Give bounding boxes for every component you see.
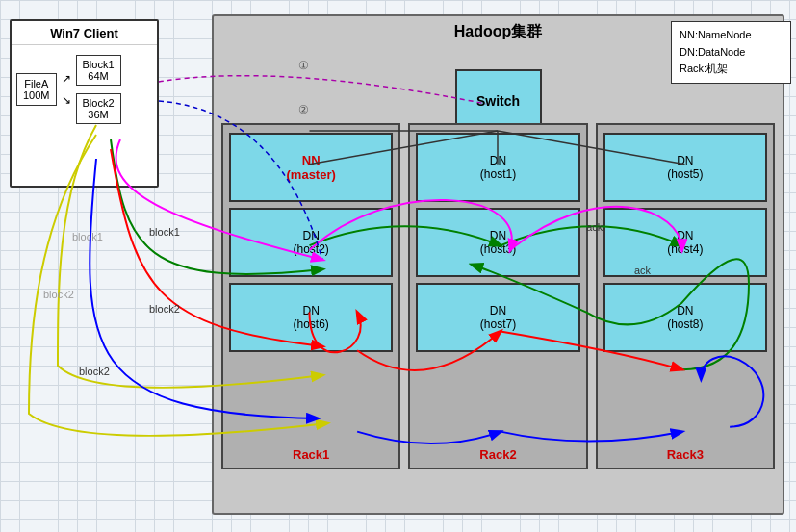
legend-line1: NN:NameNode xyxy=(680,27,783,44)
legend-box: NN:NameNode DN:DataNode Rack:机架 xyxy=(671,21,791,84)
rack2: DN(host1) DN(host3) DN(host7) Rack2 xyxy=(408,123,587,469)
legend-line3: Rack:机架 xyxy=(680,61,783,78)
dn-host4-node: DN(host4) xyxy=(603,208,767,277)
dn-host5-node: DN(host5) xyxy=(603,133,767,202)
win7-client-box: Win7 Client FileA 100M ↗ ↘ Block1 64M Bl… xyxy=(10,19,159,188)
block1-box: Block1 64M xyxy=(76,55,121,86)
rack2-label: Rack2 xyxy=(479,447,516,462)
rack1: NN(master) DN(host2) DN(host6) Rack1 xyxy=(221,123,400,469)
dn-host3-node: DN(host3) xyxy=(416,208,579,277)
legend-line2: DN:DataNode xyxy=(680,44,783,62)
racks-row: NN(master) DN(host2) DN(host6) Rack1 DN(… xyxy=(221,123,775,469)
dn-host2-node: DN(host2) xyxy=(229,208,393,277)
win7-client-title: Win7 Client xyxy=(12,21,157,45)
block2-box: Block2 36M xyxy=(76,93,121,124)
rack1-label: Rack1 xyxy=(293,447,329,462)
dn-host7-node: DN(host7) xyxy=(416,283,579,352)
nn-master-node: NN(master) xyxy=(229,133,393,202)
blocks-col: Block1 64M Block2 36M xyxy=(76,55,121,124)
dn-host1-node: DN(host1) xyxy=(416,133,579,202)
split-arrows: ↗ ↘ xyxy=(62,72,71,107)
client-content: FileA 100M ↗ ↘ Block1 64M Block2 36M xyxy=(12,45,157,134)
dn-host6-node: DN(host6) xyxy=(229,283,393,352)
rack3-label: Rack3 xyxy=(667,447,704,462)
hadoop-cluster: Hadoop集群 Switch NN(master) DN(host2) DN(… xyxy=(212,14,784,515)
filea-box: FileA 100M xyxy=(16,73,57,106)
rack3: DN(host5) DN(host4) DN(host8) Rack3 xyxy=(596,123,775,469)
dn-host8-node: DN(host8) xyxy=(603,283,767,352)
